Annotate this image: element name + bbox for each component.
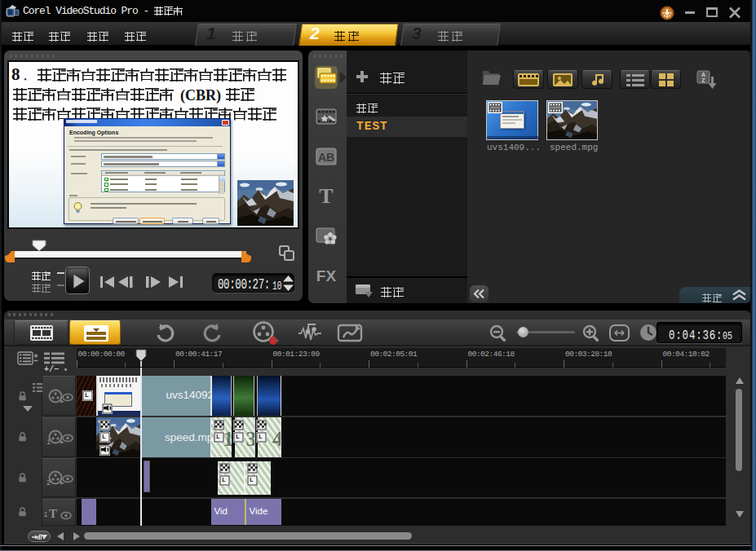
svg-text:L: L: [250, 477, 254, 483]
svg-text:L: L: [102, 434, 106, 439]
svg-text:A: A: [701, 72, 705, 77]
svg-text:L: L: [216, 434, 220, 439]
svg-text:AB: AB: [318, 151, 334, 164]
svg-text:Z: Z: [701, 77, 705, 83]
svg-text:L: L: [222, 477, 226, 483]
svg-text:L: L: [259, 434, 263, 439]
svg-text:1: 1: [44, 510, 48, 518]
svg-text:L: L: [85, 392, 89, 398]
svg-text:FX: FX: [316, 267, 337, 284]
svg-text:L: L: [236, 434, 240, 439]
svg-text:T: T: [49, 507, 57, 520]
svg-text:T: T: [319, 184, 333, 208]
